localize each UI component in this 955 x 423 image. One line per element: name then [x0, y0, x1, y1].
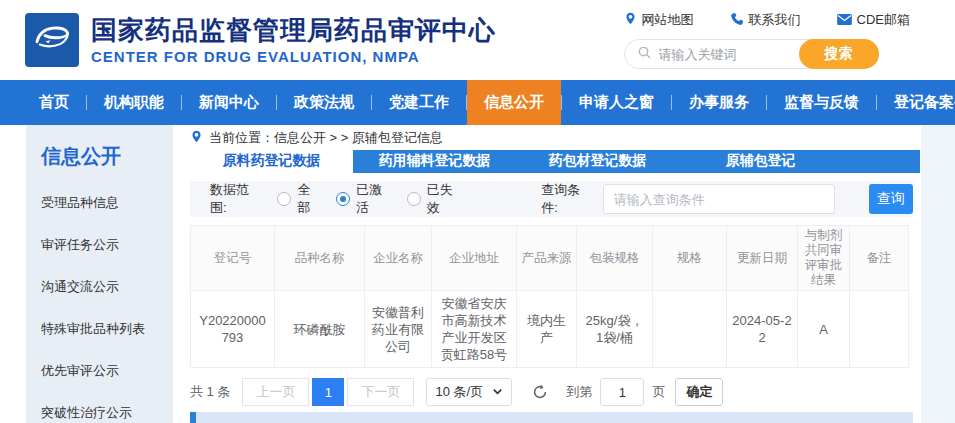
- next-page-button[interactable]: 下一页: [347, 378, 414, 406]
- radio-option-all[interactable]: 全部: [277, 181, 318, 217]
- cell-variety-name: 环磷酰胺: [275, 291, 365, 368]
- cell-remarks: [850, 291, 909, 368]
- breadcrumb-pin-icon: [190, 129, 203, 147]
- query-button[interactable]: 查询: [869, 184, 913, 214]
- goto-page-unit: 页: [652, 383, 665, 401]
- table-header-row: 登记号 品种名称 企业名称 企业地址 产品来源 包装规格 规格 更新日期 与制剂…: [191, 226, 909, 291]
- filter-bar: 数据范围: 全部 已激活 已失效 查询条件: 查询: [190, 181, 913, 217]
- radio-expired-icon[interactable]: [407, 192, 421, 206]
- nav-item-supervision[interactable]: 监督与反馈: [767, 80, 876, 125]
- page-1-button[interactable]: 1: [312, 378, 344, 406]
- tab-excipient-registration-data[interactable]: 药用辅料登记数据: [353, 150, 516, 174]
- sidebar-item-accepted-varieties[interactable]: 受理品种信息: [41, 194, 173, 212]
- cde-logo-swoosh-icon: [31, 22, 73, 58]
- total-count: 共 1 条: [190, 383, 230, 401]
- sidebar-title: 信息公开: [41, 143, 173, 170]
- nav-item-policy[interactable]: 政策法规: [277, 80, 371, 125]
- cell-product-source: 境内生产: [517, 291, 577, 368]
- search-button[interactable]: 搜索: [799, 39, 879, 69]
- col-spec: 规格: [653, 226, 727, 291]
- main-nav: 首页 机构职能 新闻中心 政策法规 党建工作 信息公开 申请人之窗 办事服务 监…: [0, 80, 955, 125]
- registration-table: 登记号 品种名称 企业名称 企业地址 产品来源 包装规格 规格 更新日期 与制剂…: [190, 225, 909, 368]
- site-titles: 国家药品监督管理局药品审评中心 CENTER FOR DRUG EVALUATI…: [91, 15, 496, 65]
- header-search: 搜索: [624, 39, 879, 69]
- cell-company-name: 安徽普利药业有限公司: [365, 291, 432, 368]
- cde-logo: [25, 13, 79, 67]
- content-column: 当前位置：信息公开 > > 原辅包登记信息 原料药登记数据 药用辅料登记数据 药…: [190, 125, 920, 423]
- breadcrumb: 当前位置：信息公开 > > 原辅包登记信息: [190, 127, 920, 150]
- sitemap-link[interactable]: 网站地图: [624, 11, 694, 29]
- prev-page-button[interactable]: 上一页: [242, 378, 309, 406]
- sidebar-item-priority-review[interactable]: 优先审评公示: [41, 362, 173, 380]
- radio-option-expired[interactable]: 已失效: [407, 181, 459, 217]
- nav-item-functions[interactable]: 机构职能: [87, 80, 181, 125]
- col-company-address: 企业地址: [432, 226, 517, 291]
- cde-mail-link[interactable]: CDE邮箱: [837, 11, 910, 29]
- radio-option-activated[interactable]: 已激活: [336, 181, 388, 217]
- site-title-en: CENTER FOR DRUG EVALUATION, NMPA: [91, 48, 496, 65]
- radio-activated-label: 已激活: [356, 181, 388, 217]
- col-registration-no: 登记号: [191, 226, 275, 291]
- tab-api-registration-data[interactable]: 原料药登记数据: [190, 150, 353, 174]
- nav-item-party[interactable]: 党建工作: [372, 80, 466, 125]
- location-pin-icon: [624, 11, 637, 29]
- col-remarks: 备注: [850, 226, 909, 291]
- refresh-icon[interactable]: [532, 384, 548, 400]
- nav-item-info-disclosure[interactable]: 信息公开: [467, 80, 561, 125]
- sitemap-label: 网站地图: [642, 11, 694, 29]
- site-header: 国家药品监督管理局药品审评中心 CENTER FOR DRUG EVALUATI…: [0, 0, 955, 80]
- site-title-cn: 国家药品监督管理局药品审评中心: [91, 15, 496, 45]
- cde-mail-label: CDE邮箱: [857, 11, 910, 29]
- sidebar-item-communication[interactable]: 沟通交流公示: [41, 278, 173, 296]
- col-packaging-spec: 包装规格: [577, 226, 653, 291]
- cell-packaging-spec: 25kg/袋，1袋/桶: [577, 291, 653, 368]
- col-update-date: 更新日期: [727, 226, 798, 291]
- confirm-button[interactable]: 确定: [675, 378, 723, 406]
- cell-registration-no: Y20220000793: [191, 291, 275, 368]
- header-right: 网站地图 联系我们 CDE邮箱 搜索: [624, 11, 910, 69]
- sidebar-item-special-approval[interactable]: 特殊审批品种列表: [41, 320, 173, 338]
- page-size-value: 10 条/页: [435, 383, 483, 401]
- main-area: 信息公开 受理品种信息 审评任务公示 沟通交流公示 特殊审批品种列表 优先审评公…: [0, 125, 955, 423]
- sidebar-item-breakthrough-therapy[interactable]: 突破性治疗公示: [41, 404, 173, 422]
- right-margin-strip: [921, 125, 955, 423]
- col-product-source: 产品来源: [517, 226, 577, 291]
- footer-section-top: [190, 412, 913, 423]
- chevron-down-icon: [492, 385, 503, 400]
- radio-activated-icon[interactable]: [336, 192, 350, 206]
- keyword-search-input[interactable]: [659, 47, 789, 62]
- col-variety-name: 品种名称: [275, 226, 365, 291]
- tab-bar: 原料药登记数据 药用辅料登记数据 药包材登记数据 原辅包登记: [190, 150, 920, 174]
- table-row: Y20220000793 环磷酰胺 安徽普利药业有限公司 安徽省安庆市高新技术产…: [191, 291, 909, 368]
- nav-item-home[interactable]: 首页: [22, 80, 86, 125]
- nav-item-applicant-window[interactable]: 申请人之窗: [562, 80, 671, 125]
- quick-links: 网站地图 联系我们 CDE邮箱: [624, 11, 910, 29]
- goto-page-label: 到第: [566, 383, 592, 401]
- radio-all-icon[interactable]: [277, 192, 291, 206]
- pagination: 共 1 条 上一页 1 下一页 10 条/页 到第 页 确定: [190, 378, 920, 406]
- nav-item-registration-platform[interactable]: 登记备案平台: [877, 80, 955, 125]
- nav-item-news[interactable]: 新闻中心: [182, 80, 276, 125]
- query-condition-input[interactable]: [603, 184, 835, 214]
- breadcrumb-text: 当前位置：信息公开 > > 原辅包登记信息: [209, 129, 443, 147]
- scope-label: 数据范围:: [210, 181, 259, 217]
- cell-update-date: 2024-05-22: [727, 291, 798, 368]
- radio-all-label: 全部: [297, 181, 318, 217]
- tab-api-excipient-packaging-registration[interactable]: 原辅包登记: [679, 150, 842, 174]
- nav-item-services[interactable]: 办事服务: [672, 80, 766, 125]
- col-joint-review-result: 与制剂共同审评审批结果: [798, 226, 850, 291]
- phone-icon: [730, 12, 744, 29]
- search-icon: [637, 45, 652, 64]
- query-label: 查询条件:: [541, 181, 590, 217]
- cell-joint-review-result: A: [798, 291, 850, 368]
- radio-expired-label: 已失效: [427, 181, 459, 217]
- cell-spec: [653, 291, 727, 368]
- contact-label: 联系我们: [749, 11, 801, 29]
- goto-page-input[interactable]: [600, 378, 644, 406]
- contact-link[interactable]: 联系我们: [730, 11, 801, 29]
- page-size-select[interactable]: 10 条/页: [426, 378, 512, 406]
- tab-packaging-registration-data[interactable]: 药包材登记数据: [516, 150, 679, 174]
- sidebar: 信息公开 受理品种信息 审评任务公示 沟通交流公示 特殊审批品种列表 优先审评公…: [26, 125, 173, 423]
- sidebar-item-review-tasks[interactable]: 审评任务公示: [41, 236, 173, 254]
- col-company-name: 企业名称: [365, 226, 432, 291]
